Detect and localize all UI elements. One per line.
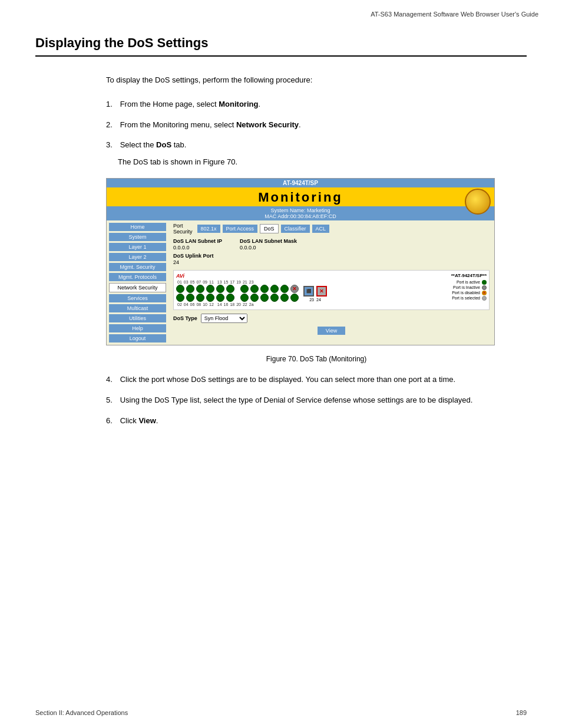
avi-logo: AVi — [176, 273, 184, 279]
steps-after: 4. Click the port whose DoS settings are… — [106, 374, 527, 427]
sidebar-item-mgmt-protocols[interactable]: Mgmt. Protocols — [109, 273, 166, 281]
dos-type-label: DoS Type — [173, 315, 197, 321]
system-name: System Name: Marketing — [107, 207, 494, 213]
dos-lan-subnet-mask-label: DoS LAN Subnet Mask — [240, 238, 297, 244]
sidebar-item-utilities[interactable]: Utilities — [109, 314, 166, 322]
step-6: 6. Click View. — [106, 415, 527, 427]
sidebar-item-help[interactable]: Help — [109, 324, 166, 332]
system-info-bar: System Name: Marketing MAC Addr:00:30:84… — [107, 206, 494, 220]
sidebar-item-layer1[interactable]: Layer 1 — [109, 243, 166, 251]
chapter-title: Displaying the DoS Settings — [35, 35, 527, 57]
port-23-special[interactable]: ⬛ — [303, 286, 314, 297]
step-1-num: 1. — [106, 98, 118, 111]
legend-dot-selected — [482, 296, 487, 301]
sidebar-item-layer2[interactable]: Layer 2 — [109, 253, 166, 261]
dos-type-row: DoS Type Syn Flood Smurf Fraggle Ping of… — [173, 314, 490, 323]
port-24-special[interactable]: ✕ — [316, 286, 327, 297]
port-panel-header: AVi **AT-9424T/SP** — [176, 273, 487, 279]
monitoring-title: Monitoring — [258, 190, 343, 205]
monitoring-header: Monitoring — [107, 187, 494, 206]
dos-type-select[interactable]: Syn Flood Smurf Fraggle Ping of Death — [201, 314, 247, 323]
tab-acl[interactable]: ACL — [312, 225, 330, 233]
port-20[interactable] — [270, 294, 279, 302]
port-16[interactable] — [250, 294, 259, 302]
ports-grid: 01 03 05 07 09 11 13 15 17 19 — [176, 280, 299, 307]
screenshot-body: Home System Layer 1 Layer 2 Mgmt. Securi… — [107, 220, 494, 345]
view-btn-row: View — [173, 327, 490, 335]
tab-dos[interactable]: DoS — [260, 224, 279, 233]
special-ports: ⬛ ✕ 23 24 — [303, 286, 327, 302]
port-10[interactable] — [216, 294, 224, 302]
legend-dot-inactive — [482, 285, 487, 290]
top-port-numbers: 01 03 05 07 09 11 13 15 17 19 — [176, 280, 299, 284]
port-2[interactable] — [176, 294, 184, 302]
port-12[interactable] — [226, 294, 234, 302]
step-5-num: 5. — [106, 394, 118, 407]
port-24-placeholder[interactable] — [290, 294, 299, 302]
sidebar-item-multicast[interactable]: Multicast — [109, 304, 166, 312]
step-3: 3. Select the DoS tab. The DoS tab is sh… — [106, 139, 527, 169]
tab-bar: PortSecurity 802.1x Port Access DoS Clas… — [173, 223, 490, 235]
port-7[interactable] — [206, 285, 214, 293]
step-5-text: Using the DoS Type list, select the type… — [120, 396, 473, 404]
sidebar-item-mgmt-security[interactable]: Mgmt. Security — [109, 263, 166, 271]
port-21[interactable] — [280, 285, 289, 293]
port-9[interactable] — [216, 285, 224, 293]
screenshot-title-bar: AT-9424T/SP — [107, 179, 494, 187]
legend-inactive: Port is Inactive — [452, 285, 487, 290]
port-22[interactable] — [280, 294, 289, 302]
port-13[interactable] — [240, 285, 249, 293]
port-8[interactable] — [206, 294, 214, 302]
sidebar-item-services[interactable]: Services — [109, 294, 166, 302]
step-4-num: 4. — [106, 374, 118, 386]
screenshot: AT-9424T/SP Monitoring System Name: Mark… — [106, 178, 495, 345]
port-4[interactable] — [186, 294, 194, 302]
figure-caption: Figure 70. DoS Tab (Monitoring) — [106, 355, 527, 363]
dos-lan-subnet-ip-value: 0.0.0.0 — [173, 245, 190, 251]
dos-lan-subnet-mask-value: 0.0.0.0 — [240, 245, 256, 251]
sidebar-item-network-security[interactable]: Network Security — [109, 283, 166, 292]
page-footer: Section II: Advanced Operations 189 — [35, 709, 527, 716]
port-legend: Port is active Port is Inactive Port is … — [452, 280, 487, 301]
tab-802-1x[interactable]: 802.1x — [197, 225, 220, 233]
sidebar: Home System Layer 1 Layer 2 Mgmt. Securi… — [107, 220, 168, 345]
port-6[interactable] — [196, 294, 204, 302]
legend-disabled: Port is disabled ✕ — [452, 291, 487, 295]
port-5[interactable] — [196, 285, 204, 293]
port-19[interactable] — [270, 285, 279, 293]
port-18[interactable] — [260, 294, 269, 302]
bottom-port-numbers: 02 04 06 08 10 12 14 16 18 20 — [176, 302, 299, 307]
port-14[interactable] — [240, 294, 249, 302]
step-6-num: 6. — [106, 415, 118, 427]
mac-addr: MAC Addr:00:30:84:A8:EF:CD — [107, 213, 494, 219]
step-4: 4. Click the port whose DoS settings are… — [106, 374, 527, 386]
dos-uplink-port-label: DoS Uplink Port — [173, 253, 222, 259]
tab-port-access[interactable]: Port Access — [223, 225, 258, 233]
port-11[interactable] — [226, 285, 234, 293]
steps-section: 1. From the Home page, select Monitoring… — [106, 98, 527, 169]
tab-classifier[interactable]: Classifier — [281, 225, 310, 233]
bottom-port-icons — [176, 294, 299, 302]
page-header: AT-S63 Management Software Web Browser U… — [0, 0, 562, 18]
sidebar-item-logout[interactable]: Logout — [109, 334, 166, 342]
port-15[interactable] — [250, 285, 259, 293]
port-1[interactable] — [176, 285, 184, 293]
legend-active: Port is active — [452, 280, 487, 285]
step-2-num: 2. — [106, 119, 118, 131]
port-3[interactable] — [186, 285, 194, 293]
port-17[interactable] — [260, 285, 269, 293]
sidebar-item-home[interactable]: Home — [109, 223, 166, 231]
dos-uplink-port-value: 24 — [173, 259, 179, 265]
dos-lan-subnet-ip-col: DoS LAN Subnet IP 0.0.0.0 DoS Uplink Por… — [173, 238, 222, 265]
sidebar-item-system[interactable]: System — [109, 233, 166, 241]
logo-icon — [465, 189, 491, 215]
view-button[interactable]: View — [318, 327, 345, 335]
step-2-text: From the Monitoring menu, select Network… — [120, 120, 301, 129]
footer-left: Section II: Advanced Operations — [35, 709, 128, 716]
top-port-icons: ✕ — [176, 285, 299, 293]
step-5: 5. Using the DoS Type list, select the t… — [106, 394, 527, 407]
info-grid: DoS LAN Subnet IP 0.0.0.0 DoS Uplink Por… — [173, 238, 490, 265]
port-panel: AVi **AT-9424T/SP** 01 03 05 07 — [173, 270, 490, 310]
port-23[interactable]: ✕ — [290, 285, 299, 293]
legend-dot-disabled: ✕ — [482, 291, 487, 295]
